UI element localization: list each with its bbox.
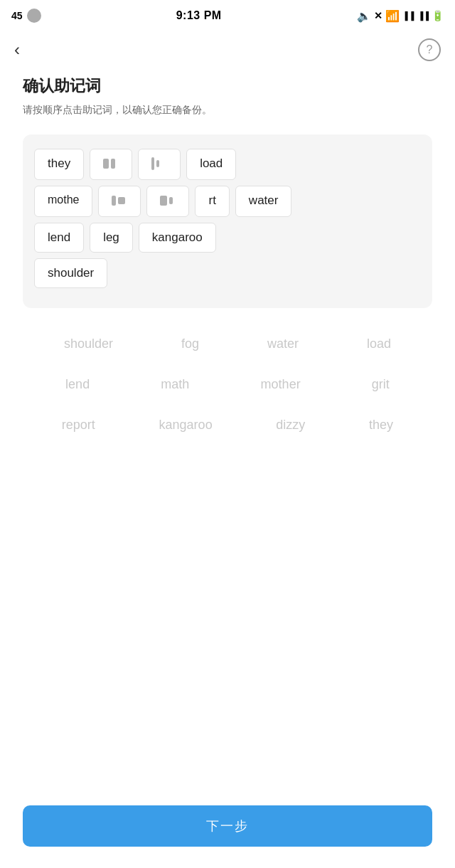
selected-row-3: lend leg kangaroo <box>34 223 421 253</box>
pool-row-2: lend math mother grit <box>30 374 425 395</box>
signal-icon1: ▐▐ <box>402 11 415 20</box>
pool-word-dizzy[interactable]: dizzy <box>270 415 311 435</box>
selected-row-2: mothe rt water <box>34 186 421 217</box>
blurred-word-2 <box>138 149 181 180</box>
selected-word-kangaroo[interactable]: kangaroo <box>139 223 216 253</box>
pool-word-report[interactable]: report <box>56 415 101 435</box>
volume-icon: 🔈 <box>357 9 371 23</box>
page-title: 确认助记词 <box>23 75 432 97</box>
pool-word-math[interactable]: math <box>155 374 195 395</box>
selected-row-1: they load <box>34 149 421 180</box>
bluetooth-icon: ✕ <box>374 10 382 21</box>
blur-bar <box>151 157 154 170</box>
blur-bar <box>156 160 159 167</box>
blur-bar <box>103 159 109 169</box>
pool-word-fog[interactable]: fog <box>176 334 205 354</box>
pool-word-they[interactable]: they <box>363 415 399 435</box>
bottom-bar: 下一步 <box>0 794 455 868</box>
status-time: 9:13 PM <box>176 9 222 22</box>
selected-word-load[interactable]: load <box>186 149 236 180</box>
pool-word-lend[interactable]: lend <box>60 374 95 395</box>
selected-word-leg[interactable]: leg <box>90 223 133 253</box>
pool-word-water[interactable]: water <box>262 334 304 354</box>
circle-icon <box>27 9 41 23</box>
help-button[interactable]: ? <box>418 38 441 61</box>
pool-word-load[interactable]: load <box>361 334 397 354</box>
next-button[interactable]: 下一步 <box>23 805 432 847</box>
blur-bar <box>118 197 125 204</box>
page-content: 确认助记词 请按顺序点击助记词，以确认您正确备份。 they load <box>0 68 455 868</box>
selected-word-shoulder[interactable]: shoulder <box>34 258 107 288</box>
selected-word-water[interactable]: water <box>235 186 292 217</box>
blur-bar <box>111 159 115 169</box>
pool-word-mother[interactable]: mother <box>255 374 306 395</box>
pool-row-1: shoulder fog water load <box>30 334 425 354</box>
page-subtitle: 请按顺序点击助记词，以确认您正确备份。 <box>23 102 432 117</box>
blur-bar <box>112 196 116 206</box>
selected-word-rt[interactable]: rt <box>195 186 229 217</box>
selected-word-lend[interactable]: lend <box>34 223 84 253</box>
status-bar-left: 45 <box>11 9 41 23</box>
selected-words-box: they load mothe <box>23 134 432 308</box>
blur-bar <box>160 196 167 206</box>
blurred-word-3 <box>98 186 141 217</box>
back-button[interactable]: ‹ <box>14 40 20 60</box>
pool-word-grit[interactable]: grit <box>366 374 395 395</box>
battery-icon: 🔋 <box>432 10 444 21</box>
wifi-icon: 📶 <box>385 9 400 23</box>
word-pool: shoulder fog water load lend math mother… <box>23 334 432 435</box>
signal-icon2: ▐▐ <box>417 11 429 20</box>
status-bar: 45 9:13 PM 🔈 ✕ 📶 ▐▐ ▐▐ 🔋 <box>0 0 455 31</box>
blur-bar <box>169 197 173 204</box>
blurred-word-1 <box>90 149 132 180</box>
selected-row-4: shoulder <box>34 258 421 288</box>
status-bar-right: 🔈 ✕ 📶 ▐▐ ▐▐ 🔋 <box>357 9 444 23</box>
pool-row-3: report kangaroo dizzy they <box>30 415 425 435</box>
status-number: 45 <box>11 10 23 21</box>
pool-word-shoulder[interactable]: shoulder <box>58 334 119 354</box>
nav-bar: ‹ ? <box>0 31 455 68</box>
pool-word-kangaroo[interactable]: kangaroo <box>154 415 218 435</box>
selected-word-mother-partial[interactable]: mothe <box>34 186 92 217</box>
blurred-word-4 <box>146 186 189 217</box>
selected-word-they[interactable]: they <box>34 149 84 180</box>
